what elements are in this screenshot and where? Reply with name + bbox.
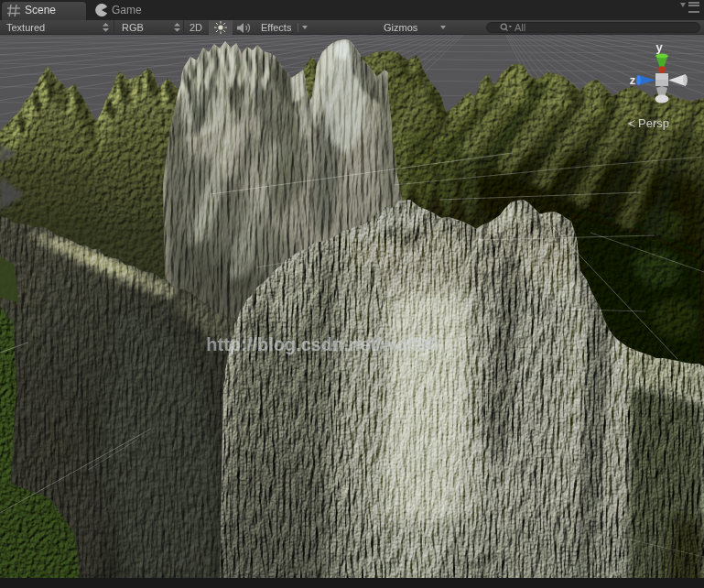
svg-text:y: y [655, 40, 663, 54]
svg-text:z: z [630, 73, 636, 87]
svg-text:http://blog.csdn.net/wolf96: http://blog.csdn.net/wolf96 [206, 334, 438, 354]
